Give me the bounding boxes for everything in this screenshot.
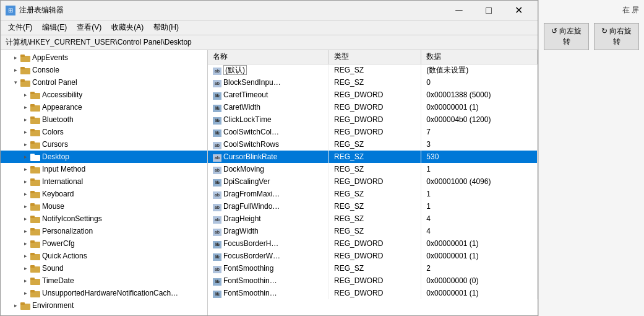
cell-type: REG_DWORD: [329, 237, 421, 250]
title-bar: ⊞ 注册表编辑器 ─ □ ✕: [1, 1, 538, 20]
tree-item-unsupportedhardwarenotificationcach-[interactable]: ▸ UnsupportedHardwareNotificationCach…: [1, 287, 207, 299]
menu-help[interactable]: 帮助(H): [148, 21, 184, 34]
window-title: 注册表编辑器: [19, 5, 445, 15]
tree-item-desktop[interactable]: ▸ Desktop: [1, 151, 207, 163]
cell-name: abDragWidth: [208, 225, 329, 237]
cell-data: (数值未设置): [421, 64, 538, 76]
folder-icon: [20, 53, 30, 62]
col-data: 数据: [421, 50, 538, 64]
menu-edit[interactable]: 编辑(E): [37, 21, 72, 34]
tree-item-appearance[interactable]: ▸ Appearance: [1, 101, 207, 113]
table-row[interactable]: ㎒FocusBorderW…REG_DWORD0x00000001 (1): [208, 250, 538, 262]
registry-table: 名称 类型 数据 ab(默认)REG_SZ(数值未设置)abBlockSendI…: [208, 50, 538, 299]
table-row[interactable]: ㎒CoolSwitchCol…REG_DWORD7: [208, 126, 538, 138]
tree-item-timedate[interactable]: ▸ TimeDate: [1, 274, 207, 287]
table-row[interactable]: ㎒ClickLockTimeREG_DWORD0x000004b0 (1200): [208, 113, 538, 126]
tree-item-sound[interactable]: ▸ Sound: [1, 262, 207, 274]
tree-item-personalization[interactable]: ▸ Personalization: [1, 225, 207, 237]
cell-name: abDockMoving: [208, 163, 329, 175]
menu-file[interactable]: 文件(F): [3, 21, 37, 34]
table-row[interactable]: abBlockSendInpu…REG_SZ0: [208, 76, 538, 89]
cell-type: REG_DWORD: [329, 250, 421, 262]
table-row[interactable]: ㎒FontSmoothin…REG_DWORD0x00000000 (0): [208, 274, 538, 287]
string-icon: ab: [213, 266, 221, 273]
table-row[interactable]: abCursorBlinkRateREG_SZ530: [208, 151, 538, 163]
dword-icon: ㎒: [213, 105, 221, 112]
rotate-left-button[interactable]: ↺ 向左旋转: [544, 23, 589, 50]
cell-data: 0x00000001 (1): [421, 250, 538, 262]
cell-data: 7: [421, 126, 538, 138]
tree-panel[interactable]: ▸ AppEvents▸ Console▾ Control Panel▸ Acc…: [1, 50, 208, 315]
table-row[interactable]: ab(默认)REG_SZ(数值未设置): [208, 64, 538, 76]
cell-type: REG_DWORD: [329, 287, 421, 299]
table-row[interactable]: abDragWidthREG_SZ4: [208, 225, 538, 237]
folder-icon: [20, 301, 30, 310]
folder-icon: [30, 177, 40, 186]
svg-rect-9: [30, 104, 35, 107]
table-row[interactable]: ㎒DpiScalingVerREG_DWORD0x00001000 (4096): [208, 175, 538, 188]
folder-icon: [30, 289, 40, 297]
svg-rect-33: [30, 253, 35, 255]
rotate-right-button[interactable]: ↻ 向右旋转: [594, 23, 639, 50]
cell-name: abCoolSwitchRows: [208, 138, 329, 151]
menu-favorites[interactable]: 收藏夹(A): [106, 21, 148, 34]
svg-rect-7: [30, 92, 35, 94]
tree-item-accessibility[interactable]: ▸ Accessibility: [1, 89, 207, 101]
cell-data: 1: [421, 188, 538, 200]
table-row[interactable]: abDockMovingREG_SZ1: [208, 163, 538, 175]
tree-item-appevents[interactable]: ▸ AppEvents: [1, 51, 207, 64]
tree-item-mouse[interactable]: ▸ Mouse: [1, 200, 207, 213]
tree-item-quick-actions[interactable]: ▸ Quick Actions: [1, 250, 207, 262]
table-row[interactable]: ㎒FocusBorderH…REG_DWORD0x00000001 (1): [208, 237, 538, 250]
data-panel: 名称 类型 数据 ab(默认)REG_SZ(数值未设置)abBlockSendI…: [208, 50, 538, 315]
tree-item-environment[interactable]: ▸ Environment: [1, 299, 207, 312]
expand-icon: ▸: [20, 214, 30, 224]
minimize-button[interactable]: ─: [445, 1, 473, 20]
menu-view[interactable]: 查看(V): [72, 21, 106, 34]
tree-item-bluetooth[interactable]: ▸ Bluetooth: [1, 113, 207, 126]
tree-item-label: Quick Actions: [42, 252, 87, 260]
tree-item-control-panel[interactable]: ▾ Control Panel: [1, 76, 207, 89]
app-icon: ⊞: [6, 6, 15, 15]
tree-item-cursors[interactable]: ▸ Cursors: [1, 138, 207, 151]
tree-item-powercfg[interactable]: ▸ PowerCfg: [1, 237, 207, 250]
folder-icon: [30, 115, 40, 124]
tree-item-notifyiconsettings[interactable]: ▸ NotifyIconSettings: [1, 213, 207, 225]
rotate-buttons: ↺ 向左旋转 ↻ 向右旋转: [544, 23, 639, 50]
tree-item-label: Mouse: [42, 202, 64, 211]
tree-item-label: PowerCfg: [42, 239, 75, 248]
table-row[interactable]: abCoolSwitchRowsREG_SZ3: [208, 138, 538, 151]
folder-icon: [20, 66, 30, 74]
tree-item-international[interactable]: ▸ International: [1, 175, 207, 188]
table-row[interactable]: ㎒CaretWidthREG_DWORD0x00000001 (1): [208, 101, 538, 113]
cell-type: REG_SZ: [329, 151, 421, 163]
folder-icon: [30, 264, 40, 273]
table-row[interactable]: abDragHeightREG_SZ4: [208, 213, 538, 225]
maximize-button[interactable]: □: [474, 1, 503, 20]
close-button[interactable]: ✕: [504, 1, 533, 20]
folder-icon: [30, 152, 40, 161]
tree-item-console[interactable]: ▸ Console: [1, 64, 207, 76]
cell-name: ㎒CaretTimeout: [208, 89, 329, 101]
svg-rect-35: [30, 265, 35, 268]
table-row[interactable]: abFontSmoothingREG_SZ2: [208, 262, 538, 274]
table-row[interactable]: abDragFromMaxi…REG_SZ1: [208, 188, 538, 200]
expand-icon: ▸: [20, 152, 30, 162]
expand-icon: ▸: [11, 301, 20, 310]
cell-data: 4: [421, 213, 538, 225]
tree-item-label: Cursors: [42, 140, 68, 149]
folder-icon: [30, 128, 40, 136]
tree-item-label: Environment: [32, 301, 74, 310]
tree-item-input-method[interactable]: ▸ Input Method: [1, 163, 207, 175]
tree-item-keyboard[interactable]: ▸ Keyboard: [1, 188, 207, 200]
cell-type: REG_DWORD: [329, 101, 421, 113]
table-row[interactable]: ㎒FontSmoothin…REG_DWORD0x00000001 (1): [208, 287, 538, 299]
cell-data: 0x00001000 (4096): [421, 175, 538, 188]
col-type: 类型: [329, 50, 421, 64]
address-bar: 计算机\HKEY_CURRENT_USER\Control Panel\Desk…: [1, 35, 538, 50]
expand-icon: ▾: [11, 77, 20, 87]
table-row[interactable]: ㎒CaretTimeoutREG_DWORD0x00001388 (5000): [208, 89, 538, 101]
expand-icon: ▸: [20, 263, 30, 273]
tree-item-colors[interactable]: ▸ Colors: [1, 126, 207, 138]
table-row[interactable]: abDragFullWindo…REG_SZ1: [208, 200, 538, 213]
